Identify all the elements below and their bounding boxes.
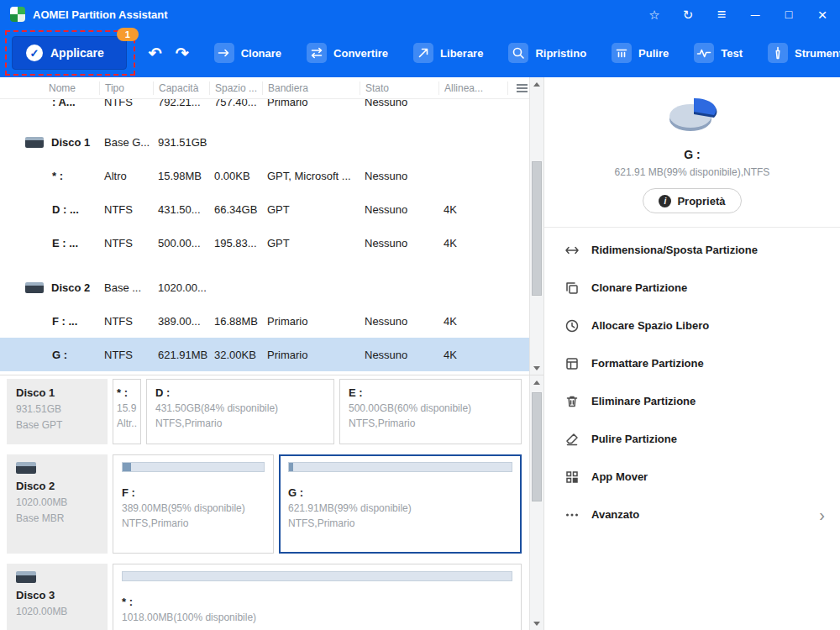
partition-name: E : xyxy=(349,386,512,399)
action-clone-partition[interactable]: Clonare Partizione xyxy=(564,269,840,307)
properties-label: Proprietà xyxy=(677,195,725,207)
selected-partition-name: G : xyxy=(544,148,840,161)
partition-info: 621.91MB(99% disponibile) xyxy=(288,502,512,514)
cell-spazio: 757.40... xyxy=(209,99,262,108)
column-options-icon[interactable] xyxy=(517,84,528,86)
cell-spazio: 195.83... xyxy=(209,237,262,249)
cell-capacita: 931.51GB xyxy=(153,136,209,149)
scroll-up-icon[interactable] xyxy=(530,375,543,389)
close-icon[interactable]: × xyxy=(815,7,830,23)
action-allocate-free-space[interactable]: Allocare Spazio Libero xyxy=(564,307,840,344)
column-header-tipo[interactable]: Tipo xyxy=(99,81,153,95)
toolbar-item-recovery[interactable]: Ripristino xyxy=(508,43,586,63)
action-label: Clonare Partizione xyxy=(591,281,687,294)
action-delete-partition[interactable]: Eliminare Partizione xyxy=(564,382,840,420)
cell-stato: Nessuno xyxy=(360,237,438,249)
disk-size: 1020.00MB xyxy=(16,606,98,617)
hard-disk-icon xyxy=(16,571,36,583)
cell-allinea: 4K xyxy=(438,203,507,216)
table-scrollbar[interactable] xyxy=(529,77,543,375)
scroll-down-icon[interactable] xyxy=(530,617,543,630)
cell-bandiera: Primario xyxy=(262,315,360,328)
table-row-partition-selected[interactable]: G : NTFS 621.91MB 32.00KB Primario Nessu… xyxy=(0,338,530,371)
column-header-allinea[interactable]: Allinea... xyxy=(438,81,507,95)
partition-box[interactable]: * : 1018.00MB(100% disponibile) xyxy=(113,564,522,630)
minimize-icon[interactable]: ─ xyxy=(748,8,763,21)
scrollbar-thumb[interactable] xyxy=(532,161,542,296)
partition-box[interactable]: F : 389.00MB(95% disponibile) NTFS,Prima… xyxy=(113,454,274,554)
partition-box-selected[interactable]: G : 621.91MB(99% disponibile) NTFS,Prima… xyxy=(279,454,522,554)
scroll-down-icon[interactable] xyxy=(530,361,543,375)
cell-spazio: 16.88MB xyxy=(209,315,262,328)
scrollbar-thumb[interactable] xyxy=(532,392,542,501)
action-format-partition[interactable]: Formattare Partizione xyxy=(564,344,840,382)
toolbar-item-label: Pulire xyxy=(638,47,669,60)
properties-button[interactable]: i Proprietà xyxy=(643,188,741,213)
cell-spazio: 0.00KB xyxy=(209,170,262,182)
more-dots-icon xyxy=(564,507,580,522)
action-wipe-partition[interactable]: Pulire Partizione xyxy=(564,420,840,458)
column-header-capacita[interactable]: Capacità xyxy=(153,81,209,95)
undo-icon[interactable]: ↶ xyxy=(149,45,162,61)
disk-card-disco2[interactable]: Disco 2 1020.00MB Base MBR xyxy=(7,454,108,554)
table-row-partition[interactable]: * : Altro 15.98MB 0.00KB GPT, Microsoft … xyxy=(0,159,530,192)
partition-name: F : xyxy=(122,486,265,499)
disk-size: 1020.00MB xyxy=(16,496,98,508)
menu-icon[interactable]: ≡ xyxy=(714,7,729,22)
partition-fs: NTFS,Primario xyxy=(122,517,265,529)
favorite-icon[interactable]: ☆ xyxy=(647,8,662,21)
column-header-stato[interactable]: Stato xyxy=(360,81,438,95)
column-options-cell xyxy=(507,81,530,95)
disk-list-pane: Nome Tipo Capacità Spazio ... Bandiera S… xyxy=(0,77,544,630)
table-body: : A... NTFS 792.21... 757.40... Primario… xyxy=(0,99,530,375)
apply-button[interactable]: ✓ Applicare xyxy=(12,36,127,70)
action-advanced[interactable]: Avanzato › xyxy=(564,496,840,533)
column-header-nome[interactable]: Nome xyxy=(0,81,99,95)
partition-box[interactable]: E : 500.00GB(60% disponibile) NTFS,Prima… xyxy=(339,379,522,444)
column-header-spazio[interactable]: Spazio ... xyxy=(209,81,262,95)
main-content: Nome Tipo Capacità Spazio ... Bandiera S… xyxy=(0,77,840,630)
toolbar-item-convert[interactable]: Convertire xyxy=(307,43,388,63)
table-row-disk[interactable]: Disco 2 Base ... 1020.00... xyxy=(0,270,530,304)
column-header-bandiera[interactable]: Bandiera xyxy=(262,81,360,95)
table-row-partition[interactable]: D : ... NTFS 431.50... 66.34GB GPT Nessu… xyxy=(0,192,530,226)
table-row-partition[interactable]: F : ... NTFS 389.00... 16.88MB Primario … xyxy=(0,304,530,338)
toolbar-item-wipe[interactable]: Pulire xyxy=(612,43,669,63)
table-row-partition[interactable]: E : ... NTFS 500.00... 195.83... GPT Nes… xyxy=(0,226,530,260)
toolbar-item-test[interactable]: Test xyxy=(694,43,743,63)
cell-spazio: 66.34GB xyxy=(209,203,262,216)
maximize-icon[interactable]: □ xyxy=(781,8,796,20)
info-icon: i xyxy=(659,195,671,207)
chevron-right-icon: › xyxy=(819,507,825,523)
cell-capacita: 500.00... xyxy=(153,237,209,249)
toolbar-item-clone[interactable]: Clonare xyxy=(214,43,281,63)
toolbar-item-label: Ripristino xyxy=(535,47,586,60)
disk-card-disco1[interactable]: Disco 1 931.51GB Base GPT xyxy=(7,379,108,444)
sidebar: G : 621.91 MB(99% disponibile),NTFS i Pr… xyxy=(544,77,840,630)
partition-box[interactable]: D : 431.50GB(84% disponibile) NTFS,Prima… xyxy=(146,379,334,444)
partition-box[interactable]: * : 15.9... Altr... xyxy=(113,379,141,444)
cell-bandiera: Primario xyxy=(262,349,360,361)
toolbar-item-free-up[interactable]: Liberare xyxy=(413,43,483,63)
disk-type: Base MBR xyxy=(16,512,98,524)
diskmap-scrollbar[interactable] xyxy=(529,375,543,630)
action-app-mover[interactable]: App Mover xyxy=(564,458,840,496)
redo-icon[interactable]: ↷ xyxy=(176,45,189,61)
table-row-disk[interactable]: Disco 1 Base G... 931.51GB xyxy=(0,125,530,159)
action-resize-move-partition[interactable]: Ridimensiona/Sposta Partizione xyxy=(564,231,840,269)
titlebar-controls: ☆ ↻ ≡ ─ □ × xyxy=(647,7,830,23)
scroll-up-icon[interactable] xyxy=(530,77,543,91)
refresh-icon[interactable]: ↻ xyxy=(680,8,696,21)
partition-table: Nome Tipo Capacità Spazio ... Bandiera S… xyxy=(0,77,543,375)
check-icon: ✓ xyxy=(26,45,43,61)
pie-chart-icon xyxy=(663,89,722,139)
partition-name: E : ... xyxy=(0,237,99,249)
partition-name: G : xyxy=(288,486,512,499)
tools-icon xyxy=(768,43,788,63)
cell-tipo: NTFS xyxy=(99,99,153,108)
table-row-partition[interactable]: : A... NTFS 792.21... 757.40... Primario… xyxy=(0,99,530,114)
action-label: Formattare Partizione xyxy=(591,357,704,370)
toolbar-item-label: Convertire xyxy=(333,47,388,60)
disk-card-disco3[interactable]: Disco 3 1020.00MB xyxy=(7,564,108,630)
toolbar-item-tools[interactable]: Strumenti xyxy=(768,43,840,63)
